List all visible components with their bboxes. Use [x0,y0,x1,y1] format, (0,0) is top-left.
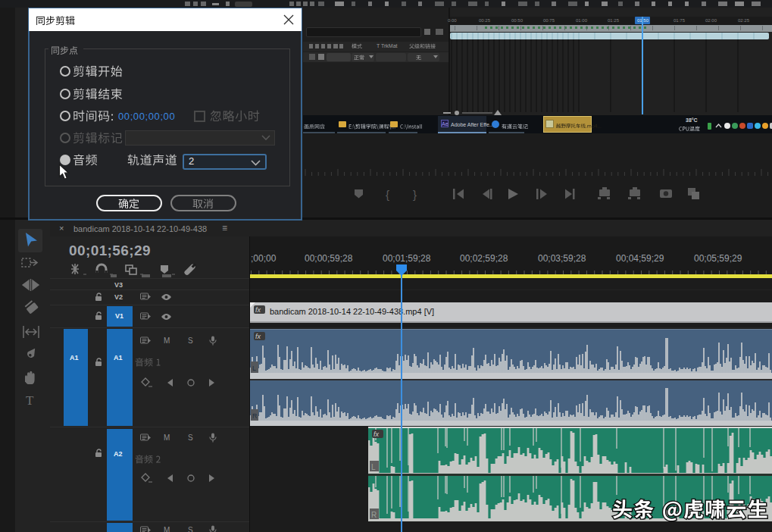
svg-text:R: R [252,412,258,419]
svg-text:L: L [252,365,256,371]
svg-text:R: R [371,511,377,518]
svg-text:L: L [371,463,376,471]
svg-text:T: T [26,393,34,408]
svg-text:fx: fx [255,306,261,313]
svg-text:fx: fx [255,333,261,340]
svg-text:fx: fx [373,430,380,437]
